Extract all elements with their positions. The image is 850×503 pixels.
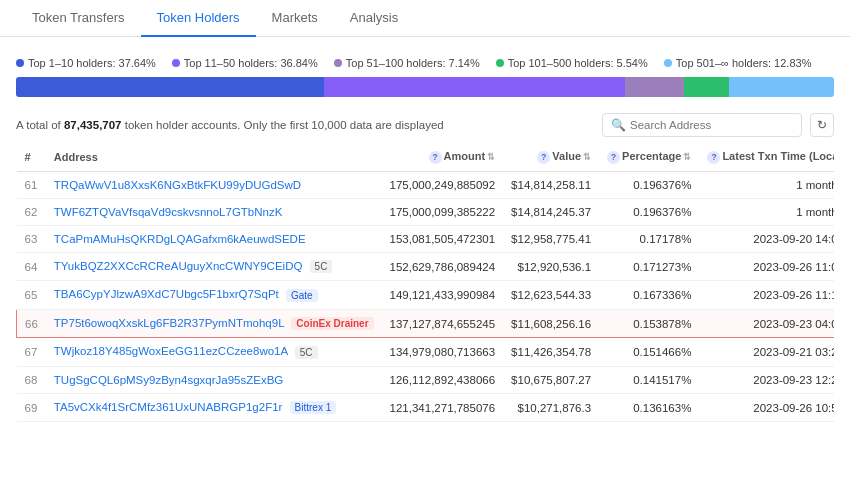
address-link[interactable]: TUgSgCQL6pMSy9zByn4sgxqrJa95sZExBG [54,374,283,386]
percentage-cell: 0.141517% [599,366,699,393]
info-icon[interactable]: ? [607,151,620,164]
search-icon: 🔍 [611,118,626,132]
table-row: 68TUgSgCQL6pMSy9zByn4sgxqrJa95sZExBG126,… [17,366,835,393]
bar-segment [729,77,834,97]
table-row: 66TP75t6owoqXxskLg6FB2R37PymNTmohq9L Coi… [17,309,835,337]
row-number: 66 [17,309,46,337]
time-cell: 1 month ago [699,199,834,226]
value-cell: $10,675,807.27 [503,366,599,393]
address-tag: Gate [286,289,318,302]
search-box[interactable]: 🔍 [602,113,802,137]
legend-label: Top 51–100 holders: 7.14% [346,57,480,69]
info-icon[interactable]: ? [707,151,720,164]
table-row: 64TYukBQZ2XXCcRCReAUguyXncCWNY9CEiDQ 5C1… [17,253,835,281]
bar-segment [324,77,625,97]
holders-info: A total of 87,435,707 token holder accou… [16,119,444,131]
info-icon[interactable]: ? [537,151,550,164]
legend-dot [496,59,504,67]
address-link[interactable]: TRQaWwV1u8XxsK6NGxBtkFKU99yDUGdSwD [54,179,301,191]
value-cell: $12,623,544.33 [503,281,599,309]
row-number: 63 [17,226,46,253]
amount-cell: 126,112,892,438066 [382,366,504,393]
percentage-cell: 0.136163% [599,393,699,421]
value-cell: $11,426,354.78 [503,338,599,366]
sort-icon: ⇅ [487,152,495,162]
address-cell: TWjkoz18Y485gWoxEeGG11ezCCzee8wo1A 5C [46,338,382,366]
time-cell: 2023-09-23 12:27:45 [699,366,834,393]
table-row: 63TCaPmAMuHsQKRDgLQAGafxm6kAeuwdSEDE153,… [17,226,835,253]
col-header-address[interactable]: Address [46,143,382,172]
time-cell: 2023-09-20 14:00:45 [699,226,834,253]
value-cell: $14,814,245.37 [503,199,599,226]
col-header-#[interactable]: # [17,143,46,172]
col-header-value[interactable]: ?Value⇅ [503,143,599,172]
time-cell: 2023-09-21 03:21:24 [699,338,834,366]
address-tag: 5C [295,346,318,359]
address-cell: TP75t6owoqXxskLg6FB2R37PymNTmohq9L CoinE… [46,309,382,337]
tab-token-transfers[interactable]: Token Transfers [16,0,141,37]
amount-cell: 134,979,080,713663 [382,338,504,366]
holders-table: #Address?Amount⇅?Value⇅?Percentage⇅?Late… [16,143,834,422]
search-input[interactable] [630,119,793,131]
table-row: 65TBA6CypYJlzwA9XdC7Ubgc5F1bxrQ7SqPt Gat… [17,281,835,309]
address-link[interactable]: TBA6CypYJlzwA9XdC7Ubgc5F1bxrQ7SqPt [54,288,279,300]
amount-cell: 121,341,271,785076 [382,393,504,421]
row-number: 61 [17,172,46,199]
address-cell: TA5vCXk4f1SrCMfz361UxUNABRGP1g2F1r Bittr… [46,393,382,421]
holders-header: A total of 87,435,707 token holder accou… [16,113,834,137]
address-cell: TUgSgCQL6pMSy9zByn4sgxqrJa95sZExBG [46,366,382,393]
table-row: 67TWjkoz18Y485gWoxEeGG11ezCCzee8wo1A 5C1… [17,338,835,366]
col-header-latest-txn-time-(local)[interactable]: ?Latest Txn Time (Local) 🕐 [699,143,834,172]
legend-item: Top 11–50 holders: 36.84% [172,57,318,69]
row-number: 62 [17,199,46,226]
table-wrap: #Address?Amount⇅?Value⇅?Percentage⇅?Late… [16,143,834,422]
row-number: 65 [17,281,46,309]
legend-dot [334,59,342,67]
value-cell: $12,920,536.1 [503,253,599,281]
legend-dot [172,59,180,67]
address-link[interactable]: TCaPmAMuHsQKRDgLQAGafxm6kAeuwdSEDE [54,233,306,245]
bar-segment [684,77,729,97]
col-header-amount[interactable]: ?Amount⇅ [382,143,504,172]
address-tag: 5C [310,260,333,273]
address-link[interactable]: TWjkoz18Y485gWoxEeGG11ezCCzee8wo1A [54,345,288,357]
time-cell: 2023-09-23 04:08:33 [699,309,834,337]
address-tag: CoinEx Drainer [291,317,373,330]
address-cell: TYukBQZ2XXCcRCReAUguyXncCWNY9CEiDQ 5C [46,253,382,281]
address-cell: TRQaWwV1u8XxsK6NGxBtkFKU99yDUGdSwD [46,172,382,199]
row-number: 67 [17,338,46,366]
legend-dot [664,59,672,67]
tab-markets[interactable]: Markets [256,0,334,37]
percentage-cell: 0.151466% [599,338,699,366]
refresh-button[interactable]: ↻ [810,113,834,137]
tab-analysis[interactable]: Analysis [334,0,414,37]
address-link[interactable]: TA5vCXk4f1SrCMfz361UxUNABRGP1g2F1r [54,401,283,413]
percentage-cell: 0.167336% [599,281,699,309]
time-cell: 2023-09-26 11:06:15 [699,253,834,281]
legend-dot [16,59,24,67]
value-cell: $12,958,775.41 [503,226,599,253]
address-link[interactable]: TYukBQZ2XXCcRCReAUguyXncCWNY9CEiDQ [54,260,303,272]
time-cell: 2023-09-26 11:11:27 [699,281,834,309]
table-row: 62TWF6ZTQVaVfsqaVd9cskvsnnoL7GTbNnzK175,… [17,199,835,226]
info-icon[interactable]: ? [429,151,442,164]
address-cell: TBA6CypYJlzwA9XdC7Ubgc5F1bxrQ7SqPt Gate [46,281,382,309]
percentage-cell: 0.153878% [599,309,699,337]
address-link[interactable]: TP75t6owoqXxskLg6FB2R37PymNTmohq9L [54,317,284,329]
address-link[interactable]: TWF6ZTQVaVfsqaVd9cskvsnnoL7GTbNnzK [54,206,283,218]
tab-token-holders[interactable]: Token Holders [141,0,256,37]
address-cell: TCaPmAMuHsQKRDgLQAGafxm6kAeuwdSEDE [46,226,382,253]
amount-cell: 175,000,099,385222 [382,199,504,226]
percentage-cell: 0.196376% [599,199,699,226]
table-row: 69TA5vCXk4f1SrCMfz361UxUNABRGP1g2F1r Bit… [17,393,835,421]
col-header-percentage[interactable]: ?Percentage⇅ [599,143,699,172]
time-cell: 1 month ago [699,172,834,199]
amount-cell: 149,121,433,990984 [382,281,504,309]
row-number: 68 [17,366,46,393]
legend-item: Top 501–∞ holders: 12.83% [664,57,812,69]
amount-cell: 175,000,249,885092 [382,172,504,199]
percentage-cell: 0.17178% [599,226,699,253]
value-cell: $14,814,258.11 [503,172,599,199]
address-tag: Bittrex 1 [290,401,337,414]
percentage-cell: 0.171273% [599,253,699,281]
